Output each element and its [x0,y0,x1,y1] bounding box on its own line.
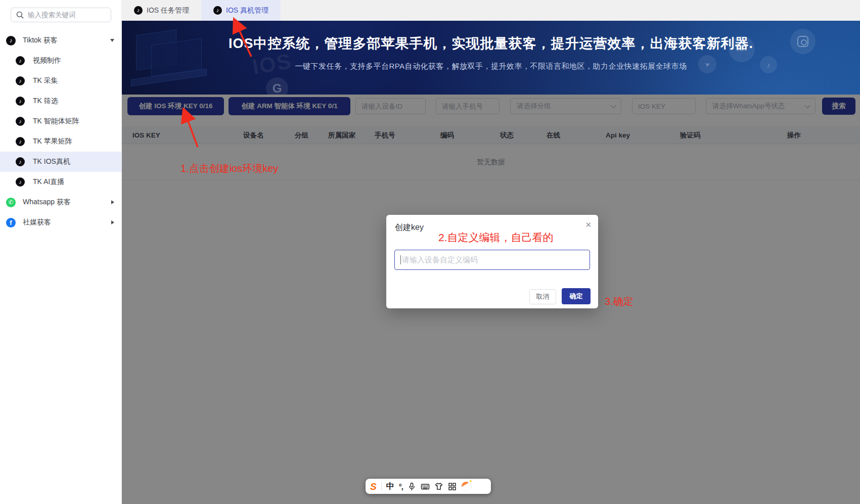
sidebar-item-label: TK 苹果矩阵 [33,137,72,146]
sidebar-item-tk-collect[interactable]: ♪ TK 采集 [0,71,121,91]
tab-label: IOS 任务管理 [147,6,189,15]
tab-ios-task-management[interactable]: ♪ IOS 任务管理 [122,0,201,21]
annotation-step1: 1.点击创建ios环境key [180,162,278,175]
tiktok-icon: ♪ [16,56,25,65]
sidebar-search[interactable] [11,8,111,22]
device-code-input[interactable]: 请输入设备自定义编码 [394,250,590,270]
app-window: ♪ Tiktok 获客 ♪ 视频制作 ♪ TK 采集 ♪ TK 筛选 ♪ TK … [0,0,860,504]
chevron-right-icon[interactable] [111,220,114,224]
keyboard-icon[interactable] [421,482,430,491]
toolbox-grid-icon[interactable] [448,482,457,491]
create-key-dialog: 创建key ✕ 请输入设备自定义编码 取消 确定 [386,215,598,308]
tiktok-icon: ♪ [6,36,16,45]
sidebar-item-tk-filter[interactable]: ♪ TK 筛选 [0,91,121,111]
sidebar-item-tiktok-huoke[interactable]: ♪ Tiktok 获客 [0,30,121,51]
sidebar-item-label: TK 筛选 [33,97,58,106]
tiktok-icon: ♪ [16,97,25,106]
confirm-button[interactable]: 确定 [562,288,591,304]
sidebar: ♪ Tiktok 获客 ♪ 视频制作 ♪ TK 采集 ♪ TK 筛选 ♪ TK … [0,0,122,504]
sidebar-item-label: TK 采集 [33,76,58,85]
microphone-icon[interactable] [408,482,416,491]
tab-label: IOS 真机管理 [226,6,268,15]
sidebar-item-tk-apple-matrix[interactable]: ♪ TK 苹果矩阵 [0,131,121,152]
sidebar-item-video-production[interactable]: ♪ 视频制作 [0,51,121,71]
google-logo-decoration: G [266,77,288,95]
chevron-right-icon[interactable] [111,200,114,204]
dialog-title: 创建key [395,222,424,233]
device-code-placeholder: 请输入设备自定义编码 [402,255,478,265]
hero-banner: IOS G ➤ Zalo ♪ IOS中控系统，管理多部苹果手机，实现批量获客，提… [122,21,860,95]
search-input[interactable] [28,11,94,19]
annotation-step3: 3.确定 [605,295,633,308]
banner-subtitle: 一键下发任务，支持多平台RPA自动化获客，解放双手，提升效率，不限语言和地区，助… [122,62,860,71]
tiktok-icon: ♪ [16,137,25,146]
sidebar-item-label: 社媒获客 [23,218,51,227]
chevron-down-icon[interactable] [110,39,114,42]
sidebar-nav: ♪ Tiktok 获客 ♪ 视频制作 ♪ TK 采集 ♪ TK 筛选 ♪ TK … [0,30,121,233]
tiktok-icon: ♪ [16,177,25,187]
text-cursor [400,255,401,264]
sidebar-item-social-media-huoke[interactable]: f 社媒获客 [0,212,121,233]
tiktok-icon: ♪ [16,157,25,166]
tiktok-icon: ♪ [213,6,222,15]
sidebar-item-label: TK IOS真机 [33,157,70,166]
sidebar-item-label: TK 智能体矩阵 [33,117,79,126]
ime-language-toggle[interactable]: 中 [386,481,394,492]
ime-mascot-icon[interactable] [461,481,471,491]
sidebar-item-label: Tiktok 获客 [23,36,58,45]
banner-title: IOS中控系统，管理多部苹果手机，实现批量获客，提升运营效率，出海获客新利器. [122,34,860,53]
sidebar-item-label: 视频制作 [33,56,61,65]
sidebar-item-tk-ios-device[interactable]: ♪ TK IOS真机 [0,152,121,172]
tab-bar: ♪ IOS 任务管理 ♪ IOS 真机管理 [122,0,860,21]
sidebar-item-label: Whatsapp 获客 [23,198,71,207]
ime-punctuation-toggle[interactable]: °, [399,482,403,491]
tiktok-icon: ♪ [16,76,25,85]
skin-shirt-icon[interactable] [434,482,443,491]
tiktok-icon: ♪ [134,6,143,15]
facebook-icon: f [6,218,16,227]
search-icon [16,11,24,19]
ime-divider [381,482,382,490]
whatsapp-icon: ✆ [6,198,16,207]
sidebar-item-label: TK AI直播 [33,177,64,187]
annotation-step2: 2.自定义编辑，自己看的 [438,231,554,245]
tiktok-icon: ♪ [16,117,25,126]
sidebar-item-tk-agent-matrix[interactable]: ♪ TK 智能体矩阵 [0,111,121,131]
sidebar-item-tk-ai-live[interactable]: ♪ TK AI直播 [0,172,121,192]
laptop-illustration [131,21,217,94]
tab-ios-device-management[interactable]: ♪ IOS 真机管理 [201,0,281,21]
close-icon[interactable]: ✕ [585,221,592,228]
cancel-button[interactable]: 取消 [529,289,556,304]
sogou-logo-icon[interactable]: S [370,482,377,491]
sidebar-item-whatsapp-huoke[interactable]: ✆ Whatsapp 获客 [0,192,121,212]
ime-toolbar: S 中 °, [366,479,491,494]
